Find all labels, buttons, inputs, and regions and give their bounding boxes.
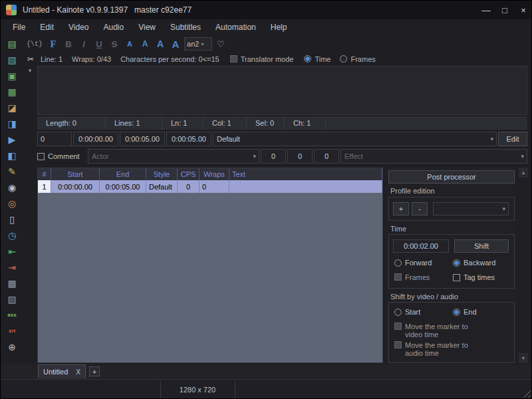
next-line-icon: ⇥ [8,263,16,272]
italic-button[interactable]: I [77,37,90,51]
frames-option[interactable]: Frames [394,273,430,281]
menu-edit[interactable]: Edit [33,19,61,35]
cell-wraps[interactable]: 0 [200,180,229,193]
tab-close-button[interactable]: X [76,368,80,376]
post-processor-button[interactable]: Post processor [388,170,515,184]
cell-end[interactable]: 0:00:05.00 [100,180,146,193]
scroll-up-button[interactable]: ▴ [519,168,528,178]
save-as-button[interactable]: ◪ [3,100,21,115]
end-option[interactable]: End [453,308,477,316]
margin-left-field[interactable] [261,149,286,164]
editor-stats-bar: Length: 0 Lines: 1 Ln: 1 Col: 1 Sel: 0 C… [37,116,527,130]
next-line-button[interactable]: ⇥ [3,260,21,275]
add-profile-button[interactable]: + [393,202,409,215]
menu-automation[interactable]: Automation [208,19,263,35]
shift-by-video-group: Start End Move the marker to video time … [388,302,515,363]
outline-color-button[interactable]: A [154,37,167,51]
col-style: Style [146,168,178,180]
subtitles-from-video-button[interactable]: ◧ [3,148,21,163]
ass-tags-button[interactable]: ▩ [3,276,21,291]
auto-split-button[interactable]: ▨ [3,292,21,307]
previous-line-button[interactable]: ⇤ [3,244,21,259]
effect-input[interactable] [344,152,516,160]
maximize-button[interactable]: □ [495,1,514,19]
menu-file[interactable]: File [5,19,33,35]
srt-conversion-button[interactable]: srt [3,324,21,338]
marker-video-option[interactable]: Move the marker to video time [394,323,477,338]
bold-button[interactable]: B [62,37,75,51]
insert-tag-button[interactable]: {\t} [25,37,45,51]
new-subtitles-button[interactable]: ▤ [3,37,21,51]
paste-options-button[interactable]: ▯ [3,212,21,227]
subtitle-grid[interactable]: # Start End Style CPS Wraps Text 1 0:00:… [37,168,383,363]
marker-audio-option[interactable]: Move the marker to audio time [394,341,477,357]
scroll-down-button[interactable]: ▾ [519,353,528,363]
duration-field[interactable] [166,132,211,146]
shift-button[interactable]: Shift [454,239,509,253]
chevron-down-icon: ▾ [29,67,32,74]
save-all-button[interactable]: ▦ [3,84,21,99]
start-option[interactable]: Start [394,308,420,316]
underline-button[interactable]: U [92,37,106,51]
effect-dropdown[interactable]: ▾ [340,149,527,164]
font-button[interactable]: F [47,37,60,51]
primary-color-button[interactable]: A [123,37,136,51]
secondary-color-button[interactable]: A [138,37,152,51]
visual-tags-button[interactable]: ♡ [214,37,227,51]
history-button[interactable]: ◷ [3,228,21,243]
save-translation-button[interactable]: ◨ [3,116,21,131]
actor-dropdown[interactable]: ▾ [88,149,259,164]
close-button[interactable]: × [514,1,532,19]
subtitle-text-editor[interactable] [37,66,527,115]
menu-view[interactable]: View [131,19,163,35]
menu-subtitles[interactable]: Subtitles [163,19,208,35]
tag-times-option[interactable]: Tag times [453,273,495,281]
strikeout-button[interactable]: S [108,37,121,51]
collapse-toolbar-button[interactable]: ▾ [25,66,35,75]
cell-start[interactable]: 0:00:00.00 [51,180,100,193]
margin-right-field[interactable] [287,149,313,164]
save-button[interactable]: ▣ [3,68,21,83]
new-tab-button[interactable]: + [89,366,100,376]
open-video-button[interactable]: ▶ [3,132,21,147]
frames-mode-toggle[interactable]: Frames [340,55,375,63]
subtitles-from-video-icon: ◧ [7,151,16,160]
end-time-field[interactable] [120,132,165,146]
split-line-button[interactable]: ✂ [25,55,37,64]
forward-option[interactable]: Forward [394,259,432,267]
save-as-icon: ◪ [7,103,16,112]
profile-dropdown[interactable]: ▾ [433,202,509,215]
backward-option[interactable]: Backward [453,259,495,267]
actor-input[interactable] [92,152,248,160]
select-lines-button[interactable]: ◎ [3,196,21,211]
time-mode-toggle[interactable]: Time [304,55,331,63]
table-row[interactable]: 1 0:00:00.00 0:00:05.00 Default 0 0 [38,180,382,193]
translator-mode-toggle[interactable]: Translator mode [230,55,294,63]
style-dropdown[interactable]: Default ▾ [213,132,497,146]
shadow-color-button[interactable]: A [169,37,182,51]
zoom-button[interactable]: ⊕ [3,340,21,354]
shift-time-field[interactable] [393,239,449,253]
find-replace-button[interactable]: ◉ [3,180,21,195]
cell-cps[interactable]: 0 [178,180,200,193]
style-manager-button[interactable]: ✎ [3,164,21,179]
minimize-button[interactable]: — [477,1,495,19]
margin-vertical-field[interactable] [314,149,339,164]
cell-number[interactable]: 1 [38,180,51,193]
layer-field[interactable] [37,132,72,146]
edit-style-button[interactable]: Edit [498,132,527,146]
cell-style[interactable]: Default [146,180,178,193]
cell-text[interactable] [229,180,382,193]
remove-profile-button[interactable]: - [412,202,428,215]
start-time-field[interactable] [73,132,118,146]
menu-help[interactable]: Help [263,19,295,35]
resize-grip[interactable] [523,390,531,398]
alignment-dropdown[interactable]: an2 ▾ [184,37,212,51]
open-subtitles-button[interactable]: ▧ [3,53,21,67]
tab-untitled[interactable]: Untitled X [38,364,86,378]
ass-properties-button[interactable]: ass [3,308,21,323]
panel-scrollbar[interactable]: ▴ ▾ [519,168,528,363]
menu-audio[interactable]: Audio [96,19,132,35]
menu-video[interactable]: Video [61,19,96,35]
comment-toggle[interactable]: Comment [37,152,86,160]
